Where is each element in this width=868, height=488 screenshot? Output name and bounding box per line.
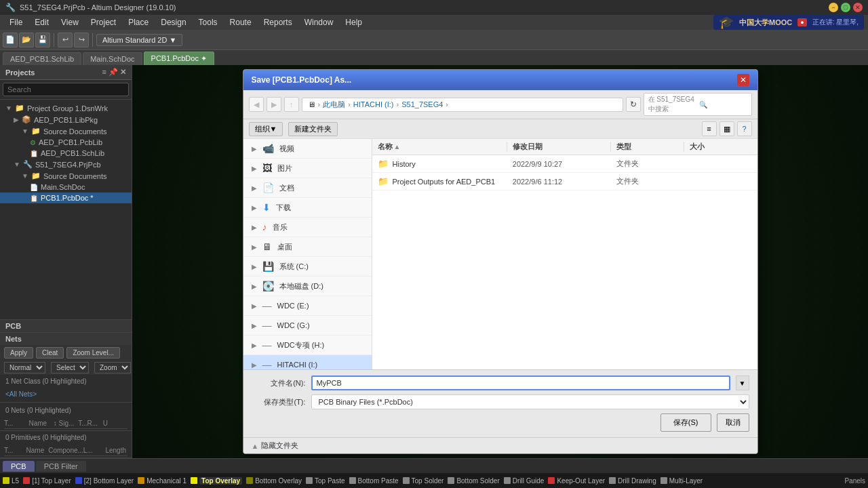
panels-button[interactable]: Panels	[844, 477, 865, 485]
layer-top-overlay[interactable]: Top Overlay	[191, 477, 242, 485]
cancel-button[interactable]: 取消	[717, 413, 749, 432]
dialog-subtoolbar: 组织▼ 新建文件夹 ≡ ▦ ?	[243, 119, 757, 139]
filename-dropdown[interactable]: ▼	[736, 375, 749, 390]
nav-up-button[interactable]: ↑	[284, 97, 299, 112]
toolbar-undo[interactable]: ↩	[58, 33, 73, 47]
sidebar-c-drive[interactable]: ▶ 💾 系统 (C:)	[243, 257, 372, 277]
view-select[interactable]: Altium Standard 2D ▼	[96, 34, 182, 46]
save-button[interactable]: 保存(S)	[660, 413, 711, 432]
sidebar-d-drive[interactable]: ▶ 💽 本地磁盘 (D:)	[243, 277, 372, 296]
panel-close-btn[interactable]: ✕	[120, 68, 126, 77]
layer-top-solder[interactable]: Top Solder	[403, 477, 444, 485]
project-search-input[interactable]	[3, 83, 129, 96]
sidebar-i-drive[interactable]: ▶ — HITACHI (I:)	[243, 355, 372, 369]
layer-l5[interactable]: L5	[3, 477, 19, 485]
sidebar-documents[interactable]: ▶ 📄 文档	[243, 178, 372, 198]
sidebar-downloads[interactable]: ▶ ⬇ 下载	[243, 198, 372, 218]
menu-view[interactable]: View	[56, 16, 84, 28]
apply-button[interactable]: Apply	[4, 347, 33, 359]
menu-tools[interactable]: Tools	[193, 16, 223, 28]
layer-multi[interactable]: Multi-Layer	[660, 477, 703, 485]
menu-route[interactable]: Route	[224, 16, 257, 28]
sidebar-pictures[interactable]: ▶ 🖼 图片	[243, 159, 372, 178]
zoom-level-button[interactable]: Zoom Level...	[66, 347, 120, 359]
menu-design[interactable]: Design	[155, 16, 191, 28]
bc-folder[interactable]: S51_7SEG4	[401, 100, 443, 108]
bc-drive[interactable]: HITACHI (I:)	[353, 100, 394, 108]
menu-place[interactable]: Place	[123, 16, 154, 28]
tab-aed-schlib[interactable]: AED_PCB1.SchLib	[3, 52, 81, 65]
toolbar-open[interactable]: 📂	[19, 33, 34, 47]
col-type-header[interactable]: 类型	[611, 142, 684, 152]
minimize-button[interactable]: −	[829, 3, 838, 12]
maximize-button[interactable]: □	[841, 3, 850, 12]
bc-root[interactable]: 此电脑	[323, 100, 345, 110]
tab-main-schdoc[interactable]: Main.SchDoc	[83, 52, 142, 65]
panel-menu-btn[interactable]: ≡	[102, 68, 106, 77]
col-date-header[interactable]: 修改日期	[507, 142, 612, 152]
nav-forward-button[interactable]: ▶	[267, 97, 281, 112]
filename-input[interactable]	[311, 375, 730, 390]
file-row-project-outputs[interactable]: 📁 Project Outputs for AED_PCB1 2022/9/6 …	[372, 173, 757, 190]
organize-button[interactable]: 组织▼	[249, 122, 283, 136]
panel-pin-btn[interactable]: 📌	[108, 68, 118, 77]
tree-source-docs-1[interactable]: ▼ 📁 Source Documents	[0, 125, 132, 137]
menu-project[interactable]: Project	[85, 16, 121, 28]
list-view-button[interactable]: ≡	[702, 121, 717, 136]
layer-bottom[interactable]: [2] Bottom Layer	[75, 477, 134, 485]
sidebar-h-drive[interactable]: ▶ — WDC专项 (H:)	[243, 336, 372, 355]
sidebar-e-drive[interactable]: ▶ — WDC (E:)	[243, 296, 372, 316]
layer-top-paste[interactable]: Top Paste	[306, 477, 344, 485]
tree-pcb1-pcbdoc[interactable]: 📋 PCB1.PcbDoc *	[0, 192, 132, 203]
tree-source-docs-2[interactable]: ▼ 📁 Source Documents	[0, 170, 132, 182]
dialog-search-bar[interactable]: 在 S51_7SEG4 中搜索 🔍	[644, 93, 752, 116]
filetype-select[interactable]: PCB Binary Files (*.PcbDoc)	[311, 394, 749, 409]
all-nets-item[interactable]: <All Nets>	[0, 388, 132, 401]
layer-keepout[interactable]: Keep-Out Layer	[548, 477, 605, 485]
breadcrumb[interactable]: 🖥 › 此电脑 › HITACHI (I:) › S51_7SEG4 ›	[302, 98, 623, 112]
details-view-button[interactable]: ▦	[719, 121, 734, 136]
help-button[interactable]: ?	[737, 121, 752, 136]
menu-edit[interactable]: Edit	[29, 16, 54, 28]
toolbar-save[interactable]: 💾	[35, 33, 50, 47]
layer-bottom-solder[interactable]: Bottom Solder	[448, 477, 499, 485]
col-size-header[interactable]: 大小	[684, 142, 757, 152]
tree-schlib[interactable]: 📋 AED_PCB1.SchLib	[0, 148, 132, 159]
pcb-filter-tab[interactable]: PCB Filter	[36, 461, 86, 472]
sidebar-desktop[interactable]: ▶ 🖥 桌面	[243, 237, 372, 257]
tree-pcblib[interactable]: ⚙ AED_PCB1.PcbLib	[0, 137, 132, 148]
hide-folders-section[interactable]: ▲ 隐藏文件夹	[243, 437, 757, 453]
file-row-history[interactable]: 📁 History 2022/9/9 10:27 文件夹	[372, 155, 757, 173]
zoom-select[interactable]: Zoom	[94, 362, 131, 373]
layer-top[interactable]: [1] Top Layer	[23, 477, 71, 485]
sidebar-video[interactable]: ▶ 📹 视频	[243, 139, 372, 159]
tab-pcb1-pcbdoc[interactable]: PCB1.PcbDoc ✦	[144, 52, 214, 65]
sidebar-g-drive[interactable]: ▶ — WDC (G:)	[243, 316, 372, 336]
sidebar-music[interactable]: ▶ ♪ 音乐	[243, 218, 372, 237]
nav-back-button[interactable]: ◀	[249, 97, 264, 112]
toolbar-new[interactable]: 📄	[3, 33, 18, 47]
refresh-button[interactable]: ↻	[626, 97, 641, 112]
layer-bottom-paste[interactable]: Bottom Paste	[349, 477, 399, 485]
layer-mech1[interactable]: Mechanical 1	[138, 477, 186, 485]
layer-drill-drawing[interactable]: Drill Drawing	[609, 477, 656, 485]
normal-select[interactable]: Normal	[4, 362, 45, 373]
layer-bottom-overlay[interactable]: Bottom Overlay	[246, 477, 302, 485]
toolbar-redo[interactable]: ↪	[74, 33, 89, 47]
tree-project-group[interactable]: ▼ 📁 Project Group 1.DsnWrk	[0, 102, 132, 114]
new-folder-button[interactable]: 新建文件夹	[288, 122, 338, 136]
close-button[interactable]: ✕	[853, 3, 863, 12]
clear-button[interactable]: Cleat	[36, 347, 64, 359]
col-name-header[interactable]: 名称 ▲	[372, 142, 507, 152]
layer-drill-guide[interactable]: Drill Guide	[504, 477, 545, 485]
menu-window[interactable]: Window	[299, 16, 339, 28]
dialog-close-button[interactable]: ✕	[737, 74, 749, 86]
menu-help[interactable]: Help	[340, 16, 368, 28]
pcb-tab[interactable]: PCB	[3, 461, 35, 472]
menu-reports[interactable]: Reports	[258, 16, 298, 28]
select-select[interactable]: Select	[51, 362, 89, 373]
tree-main-schdoc[interactable]: 📄 Main.SchDoc	[0, 182, 132, 192]
tree-aed-libpkg[interactable]: ▶ 📦 AED_PCB1.LibPkg	[0, 114, 132, 125]
menu-file[interactable]: File	[4, 16, 28, 28]
tree-s51-project[interactable]: ▼ 🔧 S51_7SEG4.PrjPcb	[0, 159, 132, 170]
